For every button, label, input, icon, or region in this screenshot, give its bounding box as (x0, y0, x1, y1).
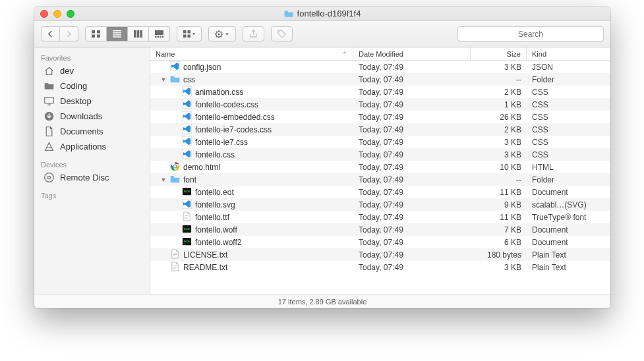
svg-line-28 (216, 36, 217, 36)
file-kind: CSS (527, 113, 610, 122)
tags-button[interactable] (271, 26, 293, 42)
sidebar-item[interactable]: dev (34, 63, 150, 78)
disc-icon (44, 172, 55, 183)
file-date: Today, 07:49 (353, 175, 471, 184)
file-name: fontello.ttf (195, 213, 229, 222)
table-row[interactable]: fontello-ie7.cssToday, 07:493 KBCSS (150, 136, 610, 148)
svg-rect-0 (92, 30, 95, 34)
col-date[interactable]: Date Modified (353, 47, 471, 60)
table-row[interactable]: fontello.svgToday, 07:499 KBscalabl…(SVG… (150, 198, 610, 211)
file-name: fontello-codes.css (195, 100, 258, 109)
sidebar-item-label: Documents (60, 126, 103, 136)
table-row[interactable]: LICENSE.txtToday, 07:49180 bytesPlain Te… (150, 248, 610, 261)
file-size: 11 KB (471, 188, 527, 197)
view-columns-button[interactable] (128, 26, 149, 42)
file-name: fontello-ie7.css (195, 138, 248, 147)
sidebar-item[interactable]: Documents (34, 124, 150, 139)
svg-text:exe: exe (184, 189, 190, 193)
title-text: fontello-d169f1f4 (297, 9, 361, 18)
disclosure-triangle-icon[interactable]: ▼ (160, 76, 167, 83)
svg-text:exe: exe (184, 239, 190, 243)
search-field[interactable] (457, 26, 604, 42)
table-row[interactable]: ▼fontToday, 07:49--Folder (150, 173, 610, 186)
sidebar-item[interactable]: Downloads (34, 109, 150, 124)
svg-rect-8 (134, 30, 136, 38)
table-row[interactable]: fontello.cssToday, 07:493 KBCSS (150, 148, 610, 161)
file-name: fontello.css (195, 150, 235, 159)
house-icon (44, 65, 55, 76)
sort-indicator-icon: ⌃ (342, 51, 347, 57)
plain-file-icon (170, 249, 180, 259)
file-date: Today, 07:49 (353, 163, 471, 172)
svg-rect-2 (92, 35, 95, 38)
file-size: 7 KB (471, 225, 527, 235)
svg-rect-4 (113, 30, 121, 32)
col-name[interactable]: Name⌃ (150, 47, 353, 60)
view-gallery-button[interactable] (149, 26, 170, 42)
file-kind: Folder (527, 75, 610, 84)
col-kind[interactable]: Kind (527, 47, 610, 60)
nav-buttons (41, 26, 78, 42)
file-size: 180 bytes (471, 250, 527, 260)
file-size: 2 KB (471, 125, 527, 134)
svg-rect-10 (140, 30, 142, 38)
forward-button[interactable] (60, 26, 78, 42)
arrange-group (177, 26, 202, 42)
folder-o-icon (44, 80, 55, 92)
search-input[interactable] (462, 30, 599, 39)
file-size: 10 KB (471, 163, 527, 172)
view-list-button[interactable] (107, 26, 128, 42)
file-name: demo.html (183, 163, 220, 172)
plain-file-icon (170, 262, 180, 271)
table-row[interactable]: fontello-codes.cssToday, 07:491 KBCSS (150, 98, 610, 111)
table-row[interactable]: fontello-ie7-codes.cssToday, 07:492 KBCS… (150, 123, 610, 136)
sidebar-item[interactable]: Desktop (34, 94, 150, 109)
table-row[interactable]: exefontello.woffToday, 07:497 KBDocument (150, 223, 610, 236)
file-date: Today, 07:49 (353, 100, 471, 109)
share-group (243, 26, 264, 42)
table-row[interactable]: animation.cssToday, 07:492 KBCSS (150, 86, 610, 98)
table-row[interactable]: exefontello.woff2Today, 07:496 KBDocumen… (150, 236, 610, 248)
disclosure-triangle-icon[interactable]: ▼ (160, 177, 167, 183)
view-icons-button[interactable] (85, 26, 107, 42)
status-bar: 17 items, 2.89 GB available (34, 294, 610, 308)
svg-point-34 (47, 176, 50, 179)
file-kind: CSS (527, 88, 610, 97)
file-name: fontello.eot (195, 188, 234, 197)
table-row[interactable]: demo.htmlToday, 07:4910 KBHTML (150, 161, 610, 173)
table-row[interactable]: exefontello.eotToday, 07:4911 KBDocument (150, 186, 610, 198)
col-size[interactable]: Size (471, 47, 527, 60)
table-row[interactable]: ▼cssToday, 07:49--Folder (150, 73, 610, 86)
table-row[interactable]: fontello.ttfToday, 07:4911 KBTrueType® f… (150, 211, 610, 223)
table-row[interactable]: config.jsonToday, 07:493 KBJSON (150, 61, 610, 73)
file-kind: Folder (527, 175, 610, 184)
finder-window: fontello-d169f1f4 Favorit (34, 7, 610, 308)
file-date: Today, 07:49 (353, 113, 471, 122)
vscode-file-icon (170, 61, 180, 71)
svg-line-27 (221, 36, 221, 36)
titlebar[interactable]: fontello-d169f1f4 (34, 7, 610, 21)
back-button[interactable] (41, 26, 60, 42)
svg-rect-6 (113, 34, 121, 36)
svg-rect-5 (113, 32, 121, 34)
table-row[interactable]: README.txtToday, 07:493 KBPlain Text (150, 261, 610, 273)
file-date: Today, 07:49 (353, 213, 471, 222)
file-kind: TrueType® font (527, 213, 610, 222)
sidebar-item-label: Desktop (60, 96, 92, 106)
sidebar-item[interactable]: Remote Disc (34, 170, 150, 185)
action-button[interactable] (208, 26, 236, 42)
sidebar-item[interactable]: Applications (34, 139, 150, 154)
table-row[interactable]: fontello-embedded.cssToday, 07:4926 KBCS… (150, 111, 610, 123)
file-name: fontello-embedded.css (195, 113, 275, 122)
sidebar-item[interactable]: Coding (34, 78, 150, 94)
file-kind: CSS (527, 138, 610, 147)
file-date: Today, 07:49 (353, 225, 471, 235)
share-button[interactable] (243, 26, 264, 42)
svg-rect-13 (158, 36, 160, 38)
sidebar-group-label: Devices (34, 158, 150, 170)
svg-point-30 (279, 32, 281, 33)
arrange-button[interactable] (177, 26, 202, 42)
file-size: 11 KB (471, 213, 527, 222)
file-size: 26 KB (471, 113, 527, 122)
file-size: -- (471, 75, 527, 84)
